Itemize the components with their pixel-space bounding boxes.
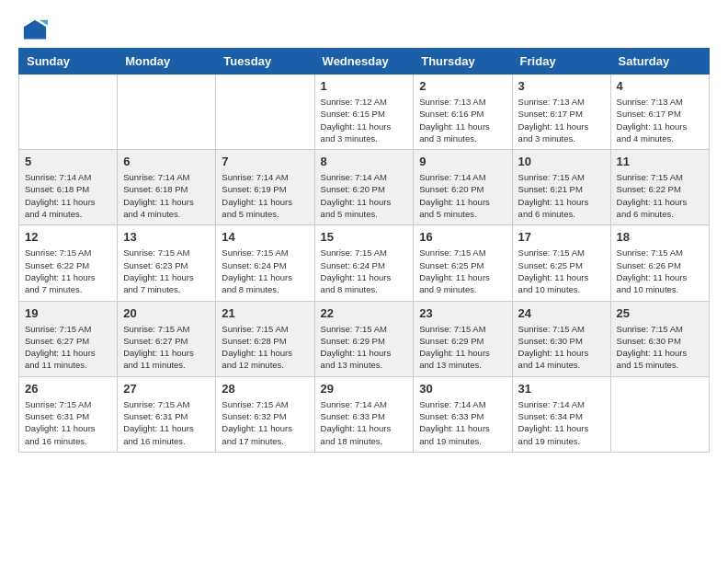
cell-info: Sunrise: 7:15 AM Sunset: 6:29 PM Dayligh… bbox=[419, 323, 506, 372]
day-number: 26 bbox=[25, 382, 111, 396]
calendar-cell: 12Sunrise: 7:15 AM Sunset: 6:22 PM Dayli… bbox=[19, 225, 118, 301]
day-number: 19 bbox=[25, 306, 111, 320]
day-number: 21 bbox=[222, 306, 308, 320]
day-number: 10 bbox=[518, 155, 605, 168]
calendar-cell: 4Sunrise: 7:13 AM Sunset: 6:17 PM Daylig… bbox=[610, 75, 709, 150]
calendar-cell: 21Sunrise: 7:15 AM Sunset: 6:28 PM Dayli… bbox=[216, 301, 314, 376]
cell-info: Sunrise: 7:15 AM Sunset: 6:28 PM Dayligh… bbox=[222, 323, 308, 372]
cell-info: Sunrise: 7:15 AM Sunset: 6:27 PM Dayligh… bbox=[123, 323, 210, 372]
day-header-monday: Monday bbox=[118, 49, 216, 75]
calendar-cell: 18Sunrise: 7:15 AM Sunset: 6:26 PM Dayli… bbox=[610, 225, 709, 301]
calendar-cell: 26Sunrise: 7:15 AM Sunset: 6:31 PM Dayli… bbox=[19, 376, 118, 452]
calendar-cell: 27Sunrise: 7:15 AM Sunset: 6:31 PM Dayli… bbox=[118, 376, 216, 452]
logo-icon bbox=[22, 18, 48, 44]
day-number: 30 bbox=[419, 382, 506, 396]
cell-info: Sunrise: 7:14 AM Sunset: 6:34 PM Dayligh… bbox=[518, 398, 605, 447]
day-number: 8 bbox=[321, 155, 408, 168]
cell-info: Sunrise: 7:13 AM Sunset: 6:16 PM Dayligh… bbox=[419, 96, 506, 144]
calendar-week-row: 1Sunrise: 7:12 AM Sunset: 6:15 PM Daylig… bbox=[19, 75, 710, 150]
day-number: 6 bbox=[123, 155, 210, 168]
day-number: 18 bbox=[617, 230, 703, 244]
calendar-cell: 8Sunrise: 7:14 AM Sunset: 6:20 PM Daylig… bbox=[314, 150, 414, 225]
cell-info: Sunrise: 7:15 AM Sunset: 6:29 PM Dayligh… bbox=[321, 323, 408, 372]
calendar-cell: 28Sunrise: 7:15 AM Sunset: 6:32 PM Dayli… bbox=[216, 376, 314, 452]
cell-info: Sunrise: 7:15 AM Sunset: 6:31 PM Dayligh… bbox=[25, 398, 111, 447]
cell-info: Sunrise: 7:14 AM Sunset: 6:18 PM Dayligh… bbox=[25, 171, 111, 220]
day-number: 9 bbox=[419, 155, 506, 168]
day-header-tuesday: Tuesday bbox=[216, 49, 314, 75]
calendar-cell: 10Sunrise: 7:15 AM Sunset: 6:21 PM Dayli… bbox=[512, 150, 610, 225]
day-number: 15 bbox=[321, 230, 408, 244]
calendar-cell: 3Sunrise: 7:13 AM Sunset: 6:17 PM Daylig… bbox=[512, 75, 610, 150]
calendar-cell: 22Sunrise: 7:15 AM Sunset: 6:29 PM Dayli… bbox=[314, 301, 414, 376]
day-number: 12 bbox=[25, 230, 111, 244]
day-number: 27 bbox=[123, 382, 210, 396]
calendar-cell: 16Sunrise: 7:15 AM Sunset: 6:25 PM Dayli… bbox=[414, 225, 512, 301]
day-number: 4 bbox=[617, 79, 703, 93]
calendar-week-row: 12Sunrise: 7:15 AM Sunset: 6:22 PM Dayli… bbox=[19, 225, 710, 301]
calendar-cell: 13Sunrise: 7:15 AM Sunset: 6:23 PM Dayli… bbox=[118, 225, 216, 301]
calendar-cell: 30Sunrise: 7:14 AM Sunset: 6:33 PM Dayli… bbox=[414, 376, 512, 452]
calendar-cell: 9Sunrise: 7:14 AM Sunset: 6:20 PM Daylig… bbox=[414, 150, 512, 225]
cell-info: Sunrise: 7:15 AM Sunset: 6:24 PM Dayligh… bbox=[222, 247, 308, 295]
day-number: 5 bbox=[25, 155, 111, 168]
page-header bbox=[18, 18, 710, 39]
day-number: 22 bbox=[321, 306, 408, 320]
calendar-cell: 19Sunrise: 7:15 AM Sunset: 6:27 PM Dayli… bbox=[19, 301, 118, 376]
calendar-cell: 20Sunrise: 7:15 AM Sunset: 6:27 PM Dayli… bbox=[118, 301, 216, 376]
cell-info: Sunrise: 7:14 AM Sunset: 6:18 PM Dayligh… bbox=[123, 171, 210, 220]
day-header-sunday: Sunday bbox=[19, 49, 118, 75]
calendar-cell: 11Sunrise: 7:15 AM Sunset: 6:22 PM Dayli… bbox=[610, 150, 709, 225]
cell-info: Sunrise: 7:15 AM Sunset: 6:22 PM Dayligh… bbox=[617, 171, 703, 220]
day-number: 2 bbox=[419, 79, 506, 93]
cell-info: Sunrise: 7:15 AM Sunset: 6:25 PM Dayligh… bbox=[419, 247, 506, 295]
day-number: 23 bbox=[419, 306, 506, 320]
day-number: 7 bbox=[222, 155, 308, 168]
cell-info: Sunrise: 7:14 AM Sunset: 6:20 PM Dayligh… bbox=[419, 171, 506, 220]
calendar-cell bbox=[19, 75, 118, 150]
day-number: 1 bbox=[321, 79, 408, 93]
calendar-cell: 31Sunrise: 7:14 AM Sunset: 6:34 PM Dayli… bbox=[512, 376, 610, 452]
calendar-cell bbox=[610, 376, 709, 452]
calendar-week-row: 26Sunrise: 7:15 AM Sunset: 6:31 PM Dayli… bbox=[19, 376, 710, 452]
calendar-week-row: 5Sunrise: 7:14 AM Sunset: 6:18 PM Daylig… bbox=[19, 150, 710, 225]
cell-info: Sunrise: 7:13 AM Sunset: 6:17 PM Dayligh… bbox=[617, 96, 703, 144]
day-header-thursday: Thursday bbox=[414, 49, 512, 75]
calendar-week-row: 19Sunrise: 7:15 AM Sunset: 6:27 PM Dayli… bbox=[19, 301, 710, 376]
calendar-cell: 14Sunrise: 7:15 AM Sunset: 6:24 PM Dayli… bbox=[216, 225, 314, 301]
day-header-saturday: Saturday bbox=[610, 49, 709, 75]
svg-marker-0 bbox=[24, 20, 46, 40]
calendar-header-row: SundayMondayTuesdayWednesdayThursdayFrid… bbox=[19, 49, 710, 75]
day-number: 24 bbox=[518, 306, 605, 320]
calendar-cell: 5Sunrise: 7:14 AM Sunset: 6:18 PM Daylig… bbox=[19, 150, 118, 225]
calendar-cell: 25Sunrise: 7:15 AM Sunset: 6:30 PM Dayli… bbox=[610, 301, 709, 376]
day-number: 29 bbox=[321, 382, 408, 396]
logo bbox=[18, 18, 48, 39]
calendar-cell: 15Sunrise: 7:15 AM Sunset: 6:24 PM Dayli… bbox=[314, 225, 414, 301]
cell-info: Sunrise: 7:14 AM Sunset: 6:20 PM Dayligh… bbox=[321, 171, 408, 220]
day-number: 31 bbox=[518, 382, 605, 396]
day-number: 25 bbox=[617, 306, 703, 320]
cell-info: Sunrise: 7:15 AM Sunset: 6:27 PM Dayligh… bbox=[25, 323, 111, 372]
day-number: 17 bbox=[518, 230, 605, 244]
cell-info: Sunrise: 7:15 AM Sunset: 6:26 PM Dayligh… bbox=[617, 247, 703, 295]
day-number: 13 bbox=[123, 230, 210, 244]
calendar-cell bbox=[216, 75, 314, 150]
calendar-cell: 6Sunrise: 7:14 AM Sunset: 6:18 PM Daylig… bbox=[118, 150, 216, 225]
calendar-cell: 23Sunrise: 7:15 AM Sunset: 6:29 PM Dayli… bbox=[414, 301, 512, 376]
cell-info: Sunrise: 7:15 AM Sunset: 6:25 PM Dayligh… bbox=[518, 247, 605, 295]
cell-info: Sunrise: 7:15 AM Sunset: 6:21 PM Dayligh… bbox=[518, 171, 605, 220]
calendar-cell: 1Sunrise: 7:12 AM Sunset: 6:15 PM Daylig… bbox=[314, 75, 414, 150]
cell-info: Sunrise: 7:15 AM Sunset: 6:23 PM Dayligh… bbox=[123, 247, 210, 295]
day-header-friday: Friday bbox=[512, 49, 610, 75]
cell-info: Sunrise: 7:15 AM Sunset: 6:30 PM Dayligh… bbox=[518, 323, 605, 372]
cell-info: Sunrise: 7:15 AM Sunset: 6:30 PM Dayligh… bbox=[617, 323, 703, 372]
day-number: 3 bbox=[518, 79, 605, 93]
cell-info: Sunrise: 7:14 AM Sunset: 6:19 PM Dayligh… bbox=[222, 171, 308, 220]
calendar-cell: 29Sunrise: 7:14 AM Sunset: 6:33 PM Dayli… bbox=[314, 376, 414, 452]
day-number: 28 bbox=[222, 382, 308, 396]
calendar-cell bbox=[118, 75, 216, 150]
cell-info: Sunrise: 7:13 AM Sunset: 6:17 PM Dayligh… bbox=[518, 96, 605, 144]
cell-info: Sunrise: 7:14 AM Sunset: 6:33 PM Dayligh… bbox=[321, 398, 408, 447]
cell-info: Sunrise: 7:15 AM Sunset: 6:31 PM Dayligh… bbox=[123, 398, 210, 447]
